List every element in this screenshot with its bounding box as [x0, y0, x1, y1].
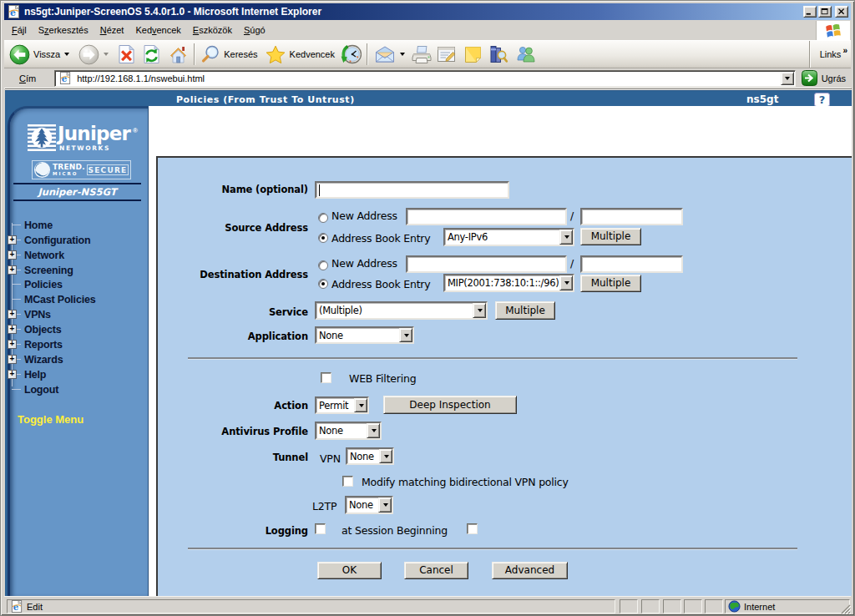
application-select[interactable]: None [315, 326, 414, 344]
stop-button[interactable] [114, 42, 139, 67]
refresh-button[interactable] [139, 42, 164, 67]
advanced-button[interactable]: Advanced [492, 562, 568, 579]
source-multiple-button[interactable]: Multiple [580, 228, 641, 245]
messenger-icon [515, 44, 537, 64]
l2tp-select[interactable]: None [345, 496, 393, 514]
go-label[interactable]: Ugrás [822, 73, 846, 83]
go-icon[interactable] [802, 70, 817, 86]
registered-mark: ® [133, 127, 138, 134]
resize-grip[interactable] [840, 603, 851, 614]
forward-button[interactable] [76, 42, 111, 67]
dropdown-arrow-icon[interactable] [473, 303, 486, 318]
modify-bidirectional-checkbox[interactable] [342, 476, 353, 487]
source-netmask-input[interactable] [580, 208, 683, 225]
dropdown-arrow-icon[interactable] [354, 398, 367, 412]
sidebar-item-network[interactable]: +Network [5, 248, 149, 263]
expand-icon[interactable]: + [8, 265, 17, 275]
history-button[interactable] [337, 42, 364, 67]
destination-address-select[interactable]: MIP(2001:738:10:1::/96) [443, 274, 574, 292]
back-button[interactable]: Vissza [7, 42, 72, 67]
dropdown-arrow-icon[interactable] [559, 275, 573, 290]
dropdown-arrow-icon[interactable] [379, 449, 392, 463]
menu-help[interactable]: Súgó [238, 23, 271, 38]
address-dropdown-button[interactable] [781, 72, 794, 85]
ok-button[interactable]: OK [317, 562, 382, 579]
mail-button[interactable] [372, 42, 407, 67]
close-button[interactable] [835, 6, 848, 18]
web-filtering-checkbox[interactable] [321, 372, 331, 383]
minimize-button[interactable] [803, 6, 817, 18]
session-beginning-checkbox[interactable] [467, 523, 478, 534]
separator-line [13, 199, 141, 201]
expand-icon[interactable]: + [8, 370, 17, 379]
sidebar-item-screening[interactable]: +Screening [5, 263, 149, 278]
cancel-button[interactable]: Cancel [404, 562, 468, 579]
sidebar-item-wizards[interactable]: +Wizards [5, 352, 149, 367]
sidebar-item-objects[interactable]: +Objects [5, 322, 149, 337]
sidebar-item-logout[interactable]: Logout [5, 382, 149, 397]
destination-new-address-input[interactable] [406, 255, 567, 273]
sidebar-item-home[interactable]: Home [5, 218, 149, 233]
menu-view[interactable]: Nézet [94, 23, 130, 38]
action-select[interactable]: Permit [315, 396, 369, 414]
back-label: Vissza [33, 49, 60, 59]
expand-icon[interactable]: + [8, 325, 17, 334]
service-multiple-button[interactable]: Multiple [495, 301, 555, 320]
search-button[interactable]: Keresés [198, 42, 260, 67]
favorites-button[interactable]: Kedvencek [262, 42, 337, 67]
sidebar-item-help[interactable]: +Help [5, 367, 149, 382]
destination-book-entry-radio[interactable] [318, 279, 328, 289]
menu-tools[interactable]: Eszközök [187, 23, 238, 38]
expand-icon[interactable]: + [8, 355, 17, 364]
expand-icon[interactable]: + [8, 310, 17, 319]
sidebar-item-mcast-policies[interactable]: MCast Policies [5, 292, 149, 307]
expand-icon[interactable]: + [8, 340, 17, 349]
sidebar-item-policies[interactable]: Policies [5, 277, 149, 292]
source-address-select[interactable]: Any-IPv6 [443, 228, 574, 246]
dropdown-arrow-icon[interactable] [399, 328, 412, 342]
name-input[interactable] [315, 181, 509, 199]
url-text[interactable]: http://192.168.1.1/nswebui.html [77, 73, 205, 83]
discuss-button[interactable] [461, 42, 485, 67]
title-bar[interactable]: e ns5gt:Juniper-ScreenOS 5.4.0r1.0 - Mic… [4, 3, 851, 20]
print-button[interactable] [408, 42, 435, 67]
home-button[interactable] [165, 42, 191, 67]
separator-line [13, 183, 141, 184]
destination-multiple-button[interactable]: Multiple [580, 275, 641, 292]
back-dropdown-icon[interactable] [64, 53, 69, 56]
source-book-entry-radio[interactable] [318, 233, 328, 243]
source-new-address-input[interactable] [406, 208, 567, 225]
help-button[interactable]: ? [814, 93, 830, 107]
links-chevron-icon[interactable]: » [842, 46, 847, 55]
sidebar-item-vpns[interactable]: +VPNs [5, 307, 149, 322]
research-button[interactable] [485, 42, 511, 67]
destination-netmask-input[interactable] [580, 255, 683, 273]
web-filtering-label: WEB Filtering [349, 372, 417, 385]
menu-file[interactable]: Fájl [6, 23, 33, 38]
links-bar[interactable]: Links » [809, 41, 851, 68]
dropdown-arrow-icon[interactable] [559, 230, 573, 245]
dropdown-arrow-icon[interactable] [378, 497, 392, 512]
l2tp-label: L2TP [312, 500, 336, 512]
antivirus-select[interactable]: None [315, 422, 382, 440]
address-input[interactable]: e http://192.168.1.1/nswebui.html [54, 70, 795, 87]
mail-dropdown-icon[interactable] [400, 53, 405, 56]
sidebar-item-reports[interactable]: +Reports [5, 337, 149, 352]
service-select[interactable]: (Multiple) [315, 301, 488, 320]
destination-new-address-radio[interactable] [318, 260, 328, 270]
research-books-icon [488, 44, 508, 64]
sidebar-item-configuration[interactable]: +Configuration [5, 233, 149, 248]
menu-edit[interactable]: Szerkesztés [33, 23, 94, 38]
vpn-select[interactable]: None [346, 447, 394, 465]
deep-inspection-button[interactable]: Deep Inspection [383, 396, 517, 414]
messenger-button[interactable] [513, 42, 539, 67]
dropdown-arrow-icon[interactable] [367, 423, 380, 438]
toggle-menu-link[interactable]: Toggle Menu [18, 413, 83, 426]
menu-favorites[interactable]: Kedvencek [129, 23, 186, 38]
source-new-address-radio[interactable] [318, 213, 328, 223]
expand-icon[interactable]: + [8, 235, 17, 245]
edit-button[interactable] [433, 42, 459, 67]
maximize-button[interactable] [818, 6, 832, 18]
expand-icon[interactable]: + [8, 250, 17, 260]
logging-checkbox[interactable] [315, 523, 326, 534]
